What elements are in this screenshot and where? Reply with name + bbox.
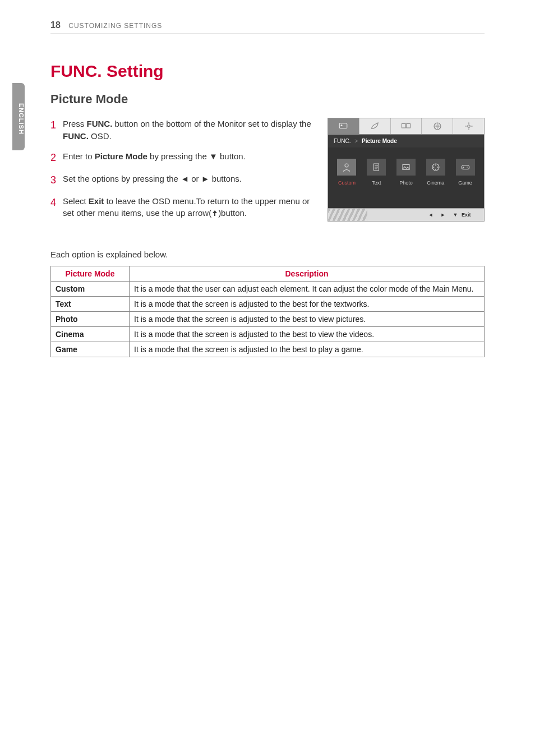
up-arrow-icon	[211, 210, 218, 216]
explain-text: Each option is explained below.	[50, 250, 485, 259]
svg-rect-8	[403, 165, 409, 170]
step-number: 2	[50, 150, 63, 165]
step-bold: FUNC.	[63, 131, 89, 141]
document-icon	[371, 162, 381, 172]
osd-option-cinema[interactable]: Cinema	[422, 159, 449, 186]
table-val: It is a mode that the screen is adjusted…	[130, 312, 485, 327]
breadcrumb-leaf: Picture Mode	[362, 138, 397, 144]
globe-icon	[432, 121, 442, 131]
osd-option-label: Custom	[338, 180, 356, 186]
osd-tab-web[interactable]	[422, 118, 453, 134]
gamepad-icon	[460, 162, 471, 172]
osd-option-game[interactable]: Game	[452, 159, 478, 186]
svg-point-10	[435, 164, 436, 165]
page-number: 18	[50, 20, 61, 30]
step-item: 2 Enter to Picture Mode by pressing the …	[50, 150, 314, 165]
step-fragment: Set the options by pressing the ◄ or ► b…	[63, 174, 242, 183]
person-icon	[342, 162, 352, 172]
svg-point-12	[433, 167, 434, 168]
osd-nav-down[interactable]: ▼	[449, 212, 462, 218]
osd-tab-settings[interactable]	[453, 118, 484, 134]
svg-point-1	[341, 125, 343, 126]
slider-icon	[464, 121, 474, 131]
table-row: CustomIt is a mode that the user can adj…	[51, 282, 485, 297]
step-text: Select Exit to leave the OSD menu.To ret…	[63, 195, 314, 220]
table-val: It is a mode that the screen is adjusted…	[130, 342, 485, 357]
step-text: Enter to Picture Mode by pressing the ▼ …	[63, 150, 314, 165]
osd-footer-hatch	[328, 209, 367, 221]
options-table: Picture Mode Description CustomIt is a m…	[50, 266, 485, 357]
step-fragment: OSD.	[89, 131, 112, 141]
step-fragment: )button.	[218, 208, 247, 218]
breadcrumb-root: FUNC.	[334, 138, 351, 144]
table-row: PhotoIt is a mode that the screen is adj…	[51, 312, 485, 327]
table-row: GameIt is a mode that the screen is adju…	[51, 342, 485, 357]
osd-nav-left[interactable]: ◄	[425, 212, 437, 218]
step-fragment: by pressing the ▼ button.	[147, 151, 246, 161]
picture-mode-icon	[338, 121, 348, 131]
table-key: Game	[51, 342, 130, 357]
step-bold: Exit	[89, 196, 104, 206]
osd-nav-exit[interactable]: Exit	[462, 212, 484, 218]
step-text: Press FUNC. button on the bottom of the …	[63, 118, 314, 142]
language-tab: ENGLISH	[12, 83, 25, 150]
osd-panel: FUNC. > Picture Mode Custom Text	[328, 118, 485, 227]
table-val: It is a mode that the screen is adjusted…	[130, 327, 485, 342]
photo-icon	[401, 162, 411, 172]
table-val: It is a mode that the screen is adjusted…	[130, 297, 485, 312]
page-header: 18 CUSTOMIZING SETTINGS	[50, 20, 485, 34]
osd-option-text[interactable]: Text	[363, 159, 390, 186]
table-header-row: Picture Mode Description	[51, 266, 485, 282]
step-fragment: Press	[63, 119, 87, 128]
table-key: Cinema	[51, 327, 130, 342]
osd-tab-super-energy[interactable]	[359, 118, 391, 134]
step-item: 4 Select Exit to leave the OSD menu.To r…	[50, 195, 314, 220]
step-fragment: button on the bottom of the Monitor set …	[112, 119, 311, 128]
table-header: Picture Mode	[51, 266, 130, 282]
osd-option-photo[interactable]: Photo	[393, 159, 419, 186]
leaf-icon	[370, 121, 380, 131]
osd-option-label: Photo	[399, 180, 413, 186]
step-item: 1 Press FUNC. button on the bottom of th…	[50, 118, 314, 142]
svg-rect-0	[340, 123, 348, 128]
svg-point-16	[467, 168, 468, 169]
osd-tab-picture-mode[interactable]	[328, 118, 359, 134]
table-key: Photo	[51, 312, 130, 327]
step-number: 4	[50, 195, 63, 220]
osd-nav-right[interactable]: ►	[437, 212, 449, 218]
table-header: Description	[130, 266, 485, 282]
table-row: CinemaIt is a mode that the screen is ad…	[51, 327, 485, 342]
osd-tab-dual-display[interactable]	[391, 118, 422, 134]
svg-point-11	[435, 169, 436, 170]
page-subtitle: Picture Mode	[50, 92, 485, 107]
svg-rect-2	[402, 124, 405, 128]
osd-footer: ◄ ► ▼ Exit	[328, 208, 485, 222]
step-fragment: Select	[63, 196, 89, 206]
svg-point-15	[467, 167, 468, 168]
steps-list: 1 Press FUNC. button on the bottom of th…	[50, 118, 314, 219]
table-val: It is a mode that the user can adjust ea…	[130, 282, 485, 297]
step-fragment: Enter to	[63, 151, 95, 161]
osd-option-label: Cinema	[427, 180, 444, 186]
step-bold: Picture Mode	[95, 151, 147, 161]
svg-rect-3	[407, 124, 411, 128]
table-key: Custom	[51, 282, 130, 297]
osd-option-custom[interactable]: Custom	[334, 159, 360, 186]
dual-monitor-icon	[401, 121, 411, 131]
step-text: Set the options by pressing the ◄ or ► b…	[63, 173, 314, 187]
step-number: 3	[50, 173, 63, 187]
osd-option-label: Text	[372, 180, 381, 186]
film-reel-icon	[431, 162, 441, 172]
osd-body: Custom Text Photo Cinema	[328, 147, 485, 208]
breadcrumb-sep: >	[354, 138, 358, 144]
section-title: CUSTOMIZING SETTINGS	[68, 22, 162, 30]
svg-point-13	[437, 167, 438, 168]
osd-option-label: Game	[458, 180, 472, 186]
svg-point-6	[345, 164, 348, 167]
step-item: 3 Set the options by pressing the ◄ or ►…	[50, 173, 314, 187]
page-title: FUNC. Setting	[50, 62, 485, 81]
table-key: Text	[51, 297, 130, 312]
table-row: TextIt is a mode that the screen is adju…	[51, 297, 485, 312]
step-bold: FUNC.	[87, 119, 113, 128]
osd-breadcrumb: FUNC. > Picture Mode	[328, 135, 485, 147]
